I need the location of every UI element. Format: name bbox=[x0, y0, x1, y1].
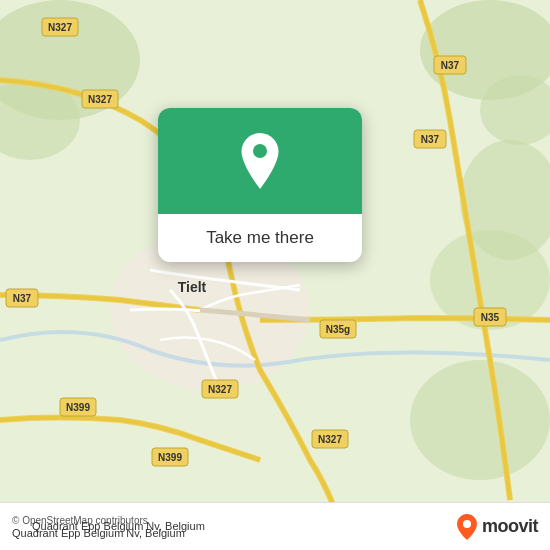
svg-text:N37: N37 bbox=[13, 293, 32, 304]
svg-point-32 bbox=[253, 144, 267, 158]
moovit-text: moovit bbox=[482, 516, 538, 537]
popup-header bbox=[158, 108, 362, 214]
svg-text:N327: N327 bbox=[208, 384, 232, 395]
svg-text:N327: N327 bbox=[48, 22, 72, 33]
svg-text:N37: N37 bbox=[441, 60, 460, 71]
svg-text:N35g: N35g bbox=[326, 324, 350, 335]
copyright-text: © OpenStreetMap contributors bbox=[12, 515, 185, 526]
popup-body: Take me there bbox=[158, 214, 362, 262]
bottom-bar: © OpenStreetMap contributors Quadrant Ep… bbox=[0, 502, 550, 550]
svg-text:N327: N327 bbox=[88, 94, 112, 105]
popup-card: Take me there bbox=[158, 108, 362, 262]
location-pin-icon bbox=[236, 133, 284, 189]
svg-point-7 bbox=[410, 360, 550, 480]
map-container: N327 N327 N37 N37 N37 N35 N35g N399 N399… bbox=[0, 0, 550, 550]
svg-text:N399: N399 bbox=[158, 452, 182, 463]
map-svg: N327 N327 N37 N37 N37 N35 N35g N399 N399… bbox=[0, 0, 550, 550]
take-me-there-button[interactable]: Take me there bbox=[158, 228, 362, 248]
location-label: Quadrant Epp Belgium Nv, Belgium bbox=[12, 527, 185, 539]
svg-text:N327: N327 bbox=[318, 434, 342, 445]
svg-text:Tielt: Tielt bbox=[178, 279, 207, 295]
svg-text:N37: N37 bbox=[421, 134, 440, 145]
svg-point-33 bbox=[463, 520, 471, 528]
bottom-left-group: © OpenStreetMap contributors Quadrant Ep… bbox=[12, 515, 185, 539]
moovit-pin-icon bbox=[456, 514, 478, 540]
svg-text:N399: N399 bbox=[66, 402, 90, 413]
svg-text:N35: N35 bbox=[481, 312, 500, 323]
moovit-logo: moovit bbox=[456, 514, 538, 540]
